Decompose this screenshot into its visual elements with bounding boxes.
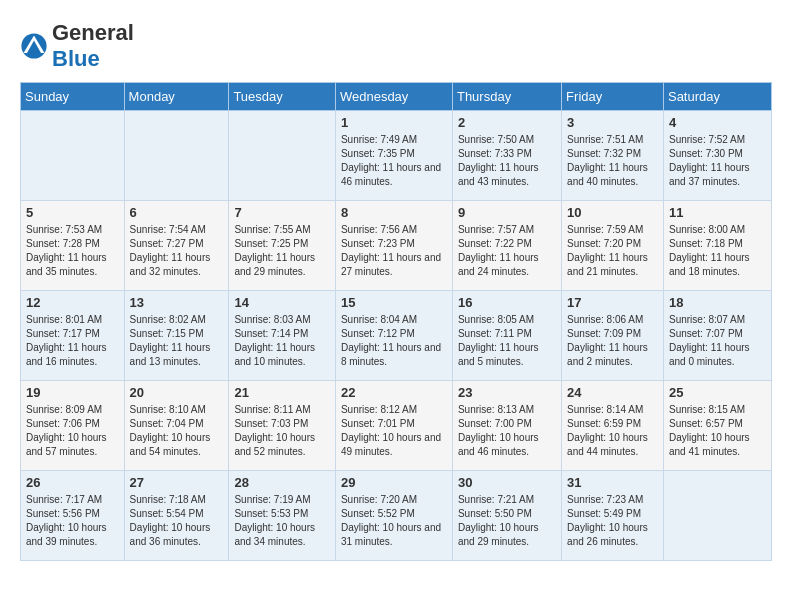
day-number: 14: [234, 295, 330, 310]
logo-general-text: General: [52, 20, 134, 45]
calendar-cell: [21, 111, 125, 201]
calendar-cell: 19Sunrise: 8:09 AM Sunset: 7:06 PM Dayli…: [21, 381, 125, 471]
weekday-header-wednesday: Wednesday: [335, 83, 452, 111]
calendar-cell: 14Sunrise: 8:03 AM Sunset: 7:14 PM Dayli…: [229, 291, 336, 381]
day-info: Sunrise: 7:57 AM Sunset: 7:22 PM Dayligh…: [458, 223, 556, 279]
calendar-cell: 13Sunrise: 8:02 AM Sunset: 7:15 PM Dayli…: [124, 291, 229, 381]
day-number: 16: [458, 295, 556, 310]
day-number: 7: [234, 205, 330, 220]
day-number: 23: [458, 385, 556, 400]
calendar-cell: 15Sunrise: 8:04 AM Sunset: 7:12 PM Dayli…: [335, 291, 452, 381]
calendar-cell: 22Sunrise: 8:12 AM Sunset: 7:01 PM Dayli…: [335, 381, 452, 471]
calendar-week-1: 1Sunrise: 7:49 AM Sunset: 7:35 PM Daylig…: [21, 111, 772, 201]
day-number: 5: [26, 205, 119, 220]
day-number: 13: [130, 295, 224, 310]
calendar-week-4: 19Sunrise: 8:09 AM Sunset: 7:06 PM Dayli…: [21, 381, 772, 471]
day-info: Sunrise: 8:13 AM Sunset: 7:00 PM Dayligh…: [458, 403, 556, 459]
weekday-header-row: SundayMondayTuesdayWednesdayThursdayFrid…: [21, 83, 772, 111]
day-info: Sunrise: 7:18 AM Sunset: 5:54 PM Dayligh…: [130, 493, 224, 549]
day-number: 28: [234, 475, 330, 490]
day-info: Sunrise: 8:07 AM Sunset: 7:07 PM Dayligh…: [669, 313, 766, 369]
calendar-cell: 21Sunrise: 8:11 AM Sunset: 7:03 PM Dayli…: [229, 381, 336, 471]
calendar-cell: 16Sunrise: 8:05 AM Sunset: 7:11 PM Dayli…: [452, 291, 561, 381]
logo: General Blue: [20, 20, 134, 72]
day-number: 2: [458, 115, 556, 130]
weekday-header-tuesday: Tuesday: [229, 83, 336, 111]
day-info: Sunrise: 8:03 AM Sunset: 7:14 PM Dayligh…: [234, 313, 330, 369]
calendar-cell: 6Sunrise: 7:54 AM Sunset: 7:27 PM Daylig…: [124, 201, 229, 291]
day-number: 1: [341, 115, 447, 130]
calendar-cell: 26Sunrise: 7:17 AM Sunset: 5:56 PM Dayli…: [21, 471, 125, 561]
calendar-cell: 31Sunrise: 7:23 AM Sunset: 5:49 PM Dayli…: [562, 471, 664, 561]
day-number: 25: [669, 385, 766, 400]
weekday-header-friday: Friday: [562, 83, 664, 111]
calendar-cell: 7Sunrise: 7:55 AM Sunset: 7:25 PM Daylig…: [229, 201, 336, 291]
day-info: Sunrise: 7:17 AM Sunset: 5:56 PM Dayligh…: [26, 493, 119, 549]
day-info: Sunrise: 7:53 AM Sunset: 7:28 PM Dayligh…: [26, 223, 119, 279]
calendar-cell: 8Sunrise: 7:56 AM Sunset: 7:23 PM Daylig…: [335, 201, 452, 291]
calendar-week-2: 5Sunrise: 7:53 AM Sunset: 7:28 PM Daylig…: [21, 201, 772, 291]
calendar-cell: 27Sunrise: 7:18 AM Sunset: 5:54 PM Dayli…: [124, 471, 229, 561]
calendar-cell: 28Sunrise: 7:19 AM Sunset: 5:53 PM Dayli…: [229, 471, 336, 561]
day-number: 8: [341, 205, 447, 220]
calendar-cell: [229, 111, 336, 201]
weekday-header-monday: Monday: [124, 83, 229, 111]
calendar-header: SundayMondayTuesdayWednesdayThursdayFrid…: [21, 83, 772, 111]
day-number: 29: [341, 475, 447, 490]
calendar-cell: 20Sunrise: 8:10 AM Sunset: 7:04 PM Dayli…: [124, 381, 229, 471]
logo-icon: [20, 32, 48, 60]
calendar-cell: 1Sunrise: 7:49 AM Sunset: 7:35 PM Daylig…: [335, 111, 452, 201]
calendar-cell: 9Sunrise: 7:57 AM Sunset: 7:22 PM Daylig…: [452, 201, 561, 291]
day-number: 11: [669, 205, 766, 220]
day-number: 30: [458, 475, 556, 490]
day-info: Sunrise: 7:21 AM Sunset: 5:50 PM Dayligh…: [458, 493, 556, 549]
calendar-cell: 4Sunrise: 7:52 AM Sunset: 7:30 PM Daylig…: [663, 111, 771, 201]
day-number: 9: [458, 205, 556, 220]
day-info: Sunrise: 8:05 AM Sunset: 7:11 PM Dayligh…: [458, 313, 556, 369]
day-info: Sunrise: 8:02 AM Sunset: 7:15 PM Dayligh…: [130, 313, 224, 369]
calendar-body: 1Sunrise: 7:49 AM Sunset: 7:35 PM Daylig…: [21, 111, 772, 561]
day-info: Sunrise: 8:12 AM Sunset: 7:01 PM Dayligh…: [341, 403, 447, 459]
calendar-cell: 30Sunrise: 7:21 AM Sunset: 5:50 PM Dayli…: [452, 471, 561, 561]
day-info: Sunrise: 7:55 AM Sunset: 7:25 PM Dayligh…: [234, 223, 330, 279]
day-info: Sunrise: 7:56 AM Sunset: 7:23 PM Dayligh…: [341, 223, 447, 279]
logo-blue-text: Blue: [52, 46, 100, 71]
day-number: 17: [567, 295, 658, 310]
day-info: Sunrise: 8:14 AM Sunset: 6:59 PM Dayligh…: [567, 403, 658, 459]
day-number: 19: [26, 385, 119, 400]
day-info: Sunrise: 8:01 AM Sunset: 7:17 PM Dayligh…: [26, 313, 119, 369]
calendar-cell: 2Sunrise: 7:50 AM Sunset: 7:33 PM Daylig…: [452, 111, 561, 201]
calendar-cell: 11Sunrise: 8:00 AM Sunset: 7:18 PM Dayli…: [663, 201, 771, 291]
calendar-cell: 29Sunrise: 7:20 AM Sunset: 5:52 PM Dayli…: [335, 471, 452, 561]
day-number: 22: [341, 385, 447, 400]
page-header: General Blue: [20, 20, 772, 72]
calendar-cell: 10Sunrise: 7:59 AM Sunset: 7:20 PM Dayli…: [562, 201, 664, 291]
day-info: Sunrise: 8:00 AM Sunset: 7:18 PM Dayligh…: [669, 223, 766, 279]
calendar-cell: 3Sunrise: 7:51 AM Sunset: 7:32 PM Daylig…: [562, 111, 664, 201]
day-info: Sunrise: 7:54 AM Sunset: 7:27 PM Dayligh…: [130, 223, 224, 279]
calendar-cell: 18Sunrise: 8:07 AM Sunset: 7:07 PM Dayli…: [663, 291, 771, 381]
day-number: 15: [341, 295, 447, 310]
day-info: Sunrise: 8:10 AM Sunset: 7:04 PM Dayligh…: [130, 403, 224, 459]
day-number: 4: [669, 115, 766, 130]
day-number: 12: [26, 295, 119, 310]
calendar-cell: 12Sunrise: 8:01 AM Sunset: 7:17 PM Dayli…: [21, 291, 125, 381]
day-number: 31: [567, 475, 658, 490]
calendar-cell: 25Sunrise: 8:15 AM Sunset: 6:57 PM Dayli…: [663, 381, 771, 471]
day-info: Sunrise: 7:23 AM Sunset: 5:49 PM Dayligh…: [567, 493, 658, 549]
day-number: 6: [130, 205, 224, 220]
weekday-header-sunday: Sunday: [21, 83, 125, 111]
day-number: 18: [669, 295, 766, 310]
day-info: Sunrise: 8:15 AM Sunset: 6:57 PM Dayligh…: [669, 403, 766, 459]
calendar-cell: 23Sunrise: 8:13 AM Sunset: 7:00 PM Dayli…: [452, 381, 561, 471]
calendar-cell: [124, 111, 229, 201]
day-info: Sunrise: 7:50 AM Sunset: 7:33 PM Dayligh…: [458, 133, 556, 189]
day-info: Sunrise: 7:20 AM Sunset: 5:52 PM Dayligh…: [341, 493, 447, 549]
calendar-week-3: 12Sunrise: 8:01 AM Sunset: 7:17 PM Dayli…: [21, 291, 772, 381]
day-number: 27: [130, 475, 224, 490]
day-number: 10: [567, 205, 658, 220]
calendar-cell: 17Sunrise: 8:06 AM Sunset: 7:09 PM Dayli…: [562, 291, 664, 381]
day-number: 26: [26, 475, 119, 490]
weekday-header-saturday: Saturday: [663, 83, 771, 111]
day-info: Sunrise: 8:11 AM Sunset: 7:03 PM Dayligh…: [234, 403, 330, 459]
